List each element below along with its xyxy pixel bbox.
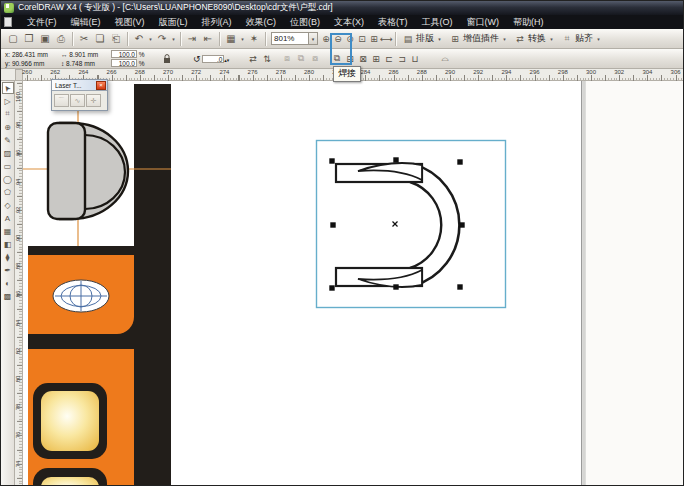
convert-button[interactable]: ⇄转换▾ — [514, 31, 555, 47]
pick-tool[interactable]: ➤ — [2, 82, 14, 94]
print-button[interactable]: ⎙ — [53, 31, 69, 47]
curve-tool-2-button[interactable]: ∿ — [70, 94, 85, 107]
crop-tool[interactable]: ⌗ — [2, 108, 14, 120]
weld-button[interactable]: ⧉ — [331, 51, 343, 66]
object-height[interactable]: ↕ 8.748 mm — [61, 59, 98, 68]
curve-tool-1-button[interactable]: ⌒ — [54, 94, 69, 107]
object-x-position[interactable]: x: 286.431 mm — [5, 50, 48, 59]
zoom-level-combo[interactable]: 801%▾ — [271, 32, 318, 45]
eyedropper-tool[interactable]: ⧫ — [2, 251, 14, 263]
toolbar-separator — [395, 32, 396, 46]
move-tool-button[interactable]: ✛ — [86, 94, 101, 107]
toolbar-separator — [127, 32, 128, 46]
plugins-button[interactable]: ⊞增值插件▾ — [449, 31, 508, 47]
copy-button[interactable]: ❏ — [92, 31, 108, 47]
title-bar[interactable]: CorelDRAW X4 ( 专业版 ) - [C:\Users\LUANPHO… — [1, 1, 684, 15]
mirror-horizontal-button[interactable]: ⇄ — [247, 51, 259, 66]
back-minus-front-button[interactable]: ⊐ — [396, 51, 408, 66]
vruler-label-76: 76 — [15, 428, 21, 442]
laser-toolbar[interactable]: Laser T... × ⌒∿✛ — [51, 79, 108, 111]
object-width[interactable]: ↔ 8.901 mm — [61, 50, 98, 59]
menu-item-O[interactable]: 工具(O) — [415, 16, 460, 29]
typesetting-dropdown[interactable]: ▾ — [436, 36, 443, 42]
text-tool[interactable]: A — [2, 212, 14, 224]
interactive-blend-tool[interactable]: ◧ — [2, 238, 14, 250]
import-button[interactable]: ⇥ — [184, 31, 200, 47]
table-tool[interactable]: ▦ — [2, 225, 14, 237]
smart-fill-tool[interactable]: ▨ — [2, 147, 14, 159]
polygon-tool[interactable]: ⬠ — [2, 186, 14, 198]
zoom-out-button[interactable]: ⊖ — [332, 31, 344, 47]
scale-h-field[interactable]: 100.0 — [111, 50, 137, 58]
save-button[interactable]: ▣ — [37, 31, 53, 47]
create-boundary-button[interactable]: ⊔ — [409, 51, 421, 66]
menu-item-A[interactable]: 排列(A) — [195, 16, 239, 29]
ungroup-button[interactable]: ⧇ — [309, 51, 321, 66]
intersect-button[interactable]: ⊠ — [357, 51, 369, 66]
combine-button[interactable]: ⧈ — [281, 51, 293, 66]
vruler-label-74: 74 — [15, 457, 21, 471]
vruler-label-84: 84 — [15, 316, 21, 330]
freehand-tool[interactable]: ✎ — [2, 134, 14, 146]
menu-item-E[interactable]: 编辑(E) — [64, 16, 108, 29]
laser-toolbar-close-button[interactable]: × — [96, 81, 106, 90]
menu-item-F[interactable]: 文件(F) — [20, 16, 64, 29]
menu-item-C[interactable]: 效果(C) — [239, 16, 284, 29]
menu-item-H[interactable]: 帮助(H) — [506, 16, 551, 29]
new-button[interactable]: ▢ — [5, 31, 21, 47]
menu-item-T[interactable]: 表格(T) — [371, 16, 415, 29]
menu-item-V[interactable]: 视图(V) — [108, 16, 152, 29]
scale-lock-icon[interactable] — [161, 51, 173, 66]
laser-toolbar-titlebar[interactable]: Laser T... × — [52, 80, 107, 91]
menu-item-X[interactable]: 文本(X) — [327, 16, 371, 29]
zoom-page-button[interactable]: ⊞ — [368, 31, 380, 47]
outline-tool[interactable]: ✒ — [2, 264, 14, 276]
menu-item-B[interactable]: 位图(B) — [283, 16, 327, 29]
export-button[interactable]: ⇤ — [200, 31, 216, 47]
rotation-angle[interactable]: ↺ .0▴▾ — [193, 54, 229, 64]
hruler-label-260: 260 — [22, 69, 32, 75]
snap-button[interactable]: ⌗贴齐▾ — [561, 31, 602, 47]
ellipse-tool[interactable]: ◯ — [2, 173, 14, 185]
redo-button[interactable]: ↷ — [154, 31, 170, 47]
undo-dropdown[interactable]: ▾ — [147, 36, 154, 42]
application-launcher-dropdown[interactable]: ▾ — [239, 36, 246, 42]
object-y-position[interactable]: y: 90.966 mm — [5, 59, 48, 68]
rectangle-tool[interactable]: ▭ — [2, 160, 14, 172]
plugins-dropdown[interactable]: ▾ — [501, 36, 508, 42]
basic-shapes-tool[interactable]: ◇ — [2, 199, 14, 211]
undo-button[interactable]: ↶ — [131, 31, 147, 47]
open-button[interactable]: ❐ — [21, 31, 37, 47]
window-title: CorelDRAW X4 ( 专业版 ) - [C:\Users\LUANPHO… — [18, 2, 333, 14]
simplify-button[interactable]: ⊞ — [370, 51, 382, 66]
zoom-selected-button[interactable]: ⊡ — [356, 31, 368, 47]
fill-tool[interactable]: ◐ — [2, 277, 14, 289]
paste-button[interactable]: ⎗ — [108, 31, 124, 47]
snap-dropdown[interactable]: ▾ — [595, 36, 602, 42]
zoom-one-button[interactable]: ⊙ — [344, 31, 356, 47]
canvas-area[interactable] — [23, 81, 684, 486]
scale-v-field[interactable]: 100.0 — [111, 59, 137, 67]
cut-button[interactable]: ✂ — [76, 31, 92, 47]
interactive-fill-tool[interactable]: ▩ — [2, 290, 14, 302]
lamp-light-partial — [41, 477, 99, 486]
zoom-level-value[interactable]: 801% — [271, 32, 309, 45]
convert-dropdown[interactable]: ▾ — [548, 36, 555, 42]
zoom-level-dropdown[interactable]: ▾ — [309, 32, 318, 45]
shape-tool[interactable]: ▷ — [2, 95, 14, 107]
cabinet-block[interactable] — [28, 246, 171, 486]
menu-item-L[interactable]: 版面(L) — [152, 16, 195, 29]
zoom-tool[interactable]: ⊕ — [2, 121, 14, 133]
menu-item-W[interactable]: 窗口(W) — [460, 16, 507, 29]
typesetting-button[interactable]: ▤排版▾ — [402, 31, 443, 47]
application-launcher-button[interactable]: ▦ — [223, 31, 239, 47]
zoom-width-button[interactable]: ⟷ — [380, 31, 392, 47]
zoom-in-button[interactable]: ⊕ — [320, 31, 332, 47]
mirror-vertical-button[interactable]: ⇅ — [261, 51, 273, 66]
redo-dropdown[interactable]: ▾ — [170, 36, 177, 42]
convert-to-curves-button[interactable]: ⌓ — [439, 51, 451, 66]
welcome-screen-button[interactable]: ✶ — [246, 31, 262, 47]
trim-button[interactable]: ⊟ — [344, 51, 356, 66]
group-button[interactable]: ⧉ — [295, 51, 307, 66]
front-minus-back-button[interactable]: ⊏ — [383, 51, 395, 66]
